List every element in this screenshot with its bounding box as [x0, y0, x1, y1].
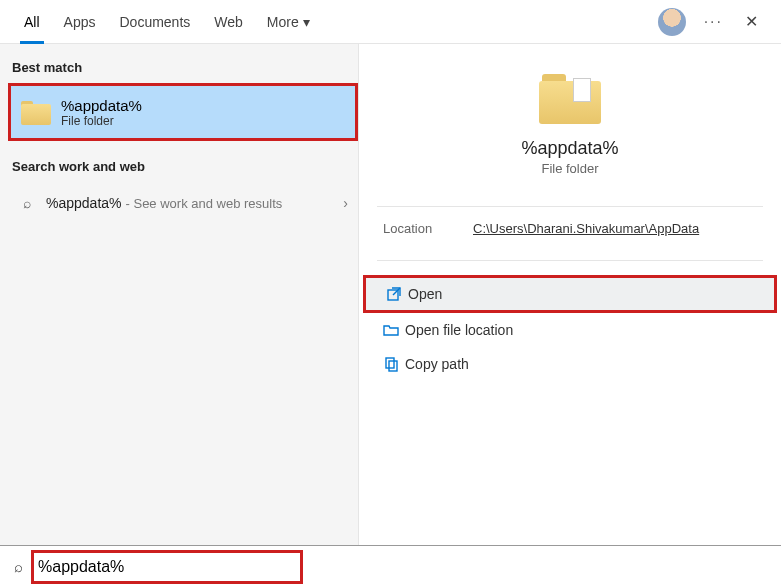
tab-web[interactable]: Web	[202, 0, 255, 44]
best-match-result[interactable]: %appdata% File folder	[8, 83, 358, 141]
best-match-texts: %appdata% File folder	[61, 97, 142, 128]
section-search-work-web: Search work and web	[8, 151, 358, 182]
open-icon	[386, 286, 408, 302]
search-bar: ⌕	[0, 545, 781, 587]
main-area: Best match %appdata% File folder Search …	[0, 44, 781, 545]
document-icon	[573, 78, 591, 102]
actions-list: Open Open file location Copy path	[359, 275, 781, 381]
divider	[377, 260, 763, 261]
folder-open-icon	[383, 322, 405, 338]
divider	[377, 206, 763, 207]
results-column: Best match %appdata% File folder Search …	[0, 44, 358, 545]
chevron-right-icon: ›	[343, 195, 348, 211]
svg-rect-2	[389, 361, 397, 371]
work-web-query: %appdata%	[46, 195, 122, 211]
action-open-file-location[interactable]: Open file location	[363, 313, 777, 347]
section-best-match: Best match	[8, 52, 358, 83]
action-open-file-location-label: Open file location	[405, 322, 513, 338]
action-open[interactable]: Open	[363, 275, 777, 313]
work-web-hint: - See work and web results	[126, 196, 283, 211]
folder-icon	[21, 99, 51, 125]
best-match-title: %appdata%	[61, 97, 142, 114]
chevron-down-icon: ▾	[303, 14, 310, 30]
preview-panel: %appdata% File folder Location C:\Users\…	[358, 44, 781, 545]
tab-more-label: More	[267, 14, 299, 30]
search-icon: ⌕	[8, 558, 29, 575]
action-copy-path[interactable]: Copy path	[363, 347, 777, 381]
action-copy-path-label: Copy path	[405, 356, 469, 372]
search-input[interactable]	[34, 558, 300, 576]
location-label: Location	[383, 221, 473, 236]
tab-all[interactable]: All	[12, 0, 52, 44]
search-input-wrap[interactable]	[31, 550, 303, 584]
close-icon: ✕	[745, 12, 758, 31]
search-tabs: All Apps Documents Web More ▾ ··· ✕	[0, 0, 781, 44]
preview-subtitle: File folder	[541, 161, 598, 176]
location-row: Location C:\Users\Dharani.Shivakumar\App…	[359, 221, 781, 246]
more-options-button[interactable]: ···	[694, 13, 733, 31]
best-match-subtitle: File folder	[61, 114, 142, 128]
user-avatar[interactable]	[658, 8, 686, 36]
tab-documents[interactable]: Documents	[107, 0, 202, 44]
tab-apps[interactable]: Apps	[52, 0, 108, 44]
svg-rect-1	[386, 358, 394, 368]
search-work-web-item[interactable]: ⌕ %appdata% - See work and web results ›	[8, 182, 358, 224]
preview-header: %appdata% File folder	[359, 44, 781, 192]
copy-icon	[383, 356, 405, 372]
preview-title: %appdata%	[521, 138, 618, 159]
tab-more[interactable]: More ▾	[255, 0, 322, 44]
folder-icon	[539, 72, 601, 124]
action-open-label: Open	[408, 286, 442, 302]
location-path[interactable]: C:\Users\Dharani.Shivakumar\AppData	[473, 221, 699, 236]
search-icon: ⌕	[18, 195, 36, 211]
close-button[interactable]: ✕	[733, 4, 769, 40]
